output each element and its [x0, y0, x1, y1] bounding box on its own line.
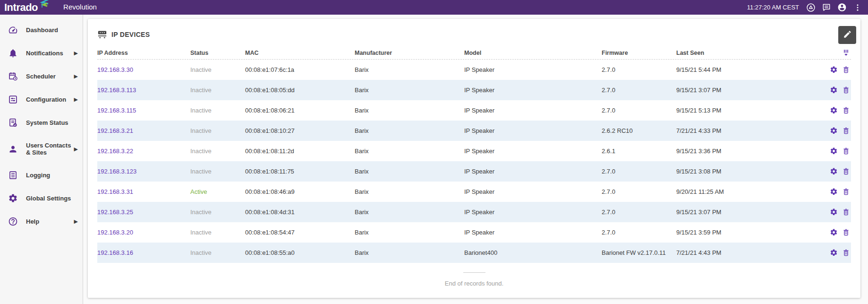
device-last-seen: 9/15/21 3:07 PM	[676, 208, 779, 216]
device-firmware: 2.7.0	[602, 229, 676, 236]
device-mac: 00:08:e1:08:4d:31	[245, 208, 355, 216]
chevron-right-icon: ▶	[74, 218, 78, 225]
sidebar-item-help[interactable]: Help ▶	[0, 210, 83, 233]
device-mac: 00:08:e1:08:05:dd	[245, 87, 355, 94]
device-delete-trash-icon[interactable]	[842, 249, 850, 257]
device-settings-gear-icon[interactable]	[830, 86, 838, 94]
chevron-right-icon: ▶	[74, 146, 78, 152]
pencil-icon	[843, 30, 852, 40]
device-delete-trash-icon[interactable]	[842, 188, 850, 196]
device-status: Inactive	[190, 249, 212, 256]
device-ip-link[interactable]: 192.168.3.22	[97, 148, 133, 155]
sidebar-item-dashboard[interactable]: Dashboard	[0, 18, 83, 42]
device-delete-trash-icon[interactable]	[842, 86, 850, 94]
sidebar-item-label: Scheduler	[26, 73, 74, 80]
device-last-seen: 9/15/21 3:08 PM	[676, 168, 779, 175]
overflow-menu-icon[interactable]	[853, 3, 862, 12]
device-status: Inactive	[190, 168, 212, 175]
device-last-seen: 9/15/21 3:36 PM	[676, 148, 779, 155]
device-settings-gear-icon[interactable]	[830, 249, 838, 257]
sidebar-item-label: Help	[26, 218, 74, 225]
sidebar-item-notifications[interactable]: Notifications ▶	[0, 42, 83, 65]
device-delete-trash-icon[interactable]	[842, 147, 850, 155]
sidebar-item-label: Dashboard	[26, 26, 74, 34]
alert-status-icon[interactable]	[806, 3, 816, 12]
sidebar-item-system-status[interactable]: System Status	[0, 111, 83, 134]
device-ip-link[interactable]: 192.168.3.115	[97, 107, 136, 114]
app-name: Revolution	[63, 3, 97, 11]
device-firmware: 2.6.1	[602, 148, 676, 155]
table-row: 192.168.3.16 Inactive 00:08:e1:08:55:a0 …	[97, 243, 851, 263]
device-manufacturer: Barix	[355, 188, 464, 195]
device-last-seen: 9/15/21 3:07 PM	[676, 87, 779, 94]
sidebar-item-configuration[interactable]: Configuration ▶	[0, 88, 83, 111]
device-model: IP Speaker	[464, 107, 602, 114]
device-ip-link[interactable]: 192.168.3.25	[97, 208, 133, 216]
filter-columns-icon[interactable]	[842, 49, 850, 57]
device-mac: 00:08:e1:08:11:2d	[245, 148, 355, 155]
device-mac: 00:08:e1:08:55:a0	[245, 249, 355, 256]
bell-icon	[8, 48, 18, 58]
chevron-right-icon: ▶	[74, 73, 78, 79]
device-settings-gear-icon[interactable]	[830, 167, 838, 175]
device-ip-link[interactable]: 192.168.3.113	[97, 87, 136, 94]
column-header-firmware: Firmware	[602, 50, 676, 56]
device-ip-link[interactable]: 192.168.3.31	[97, 188, 133, 195]
sidebar-item-logging[interactable]: Logging	[0, 164, 83, 187]
device-delete-trash-icon[interactable]	[842, 66, 850, 74]
sidebar-item-users-contacts-sites[interactable]: Users Contacts & Sites ▶	[0, 134, 83, 164]
table-row: 192.168.3.21 Inactive 00:08:e1:08:10:27 …	[97, 121, 851, 141]
sidebar-item-scheduler[interactable]: Scheduler ▶	[0, 65, 83, 88]
device-last-seen: 7/21/21 4:43 PM	[676, 249, 779, 256]
device-last-seen: 7/21/21 4:33 PM	[676, 127, 779, 134]
device-ip-link[interactable]: 192.168.3.21	[97, 127, 133, 134]
device-settings-gear-icon[interactable]	[830, 106, 838, 114]
device-settings-gear-icon[interactable]	[830, 188, 838, 196]
device-model: IP Speaker	[464, 229, 602, 236]
device-firmware: 2.6.2 RC10	[602, 127, 676, 134]
device-ip-link[interactable]: 192.168.3.16	[97, 249, 133, 256]
device-ip-link[interactable]: 192.168.3.123	[97, 168, 136, 175]
device-model: IP Speaker	[464, 208, 602, 216]
device-firmware: 2.7.0	[602, 107, 676, 114]
device-status: Inactive	[190, 208, 212, 216]
device-delete-trash-icon[interactable]	[842, 106, 850, 114]
table-row: 192.168.3.115 Inactive 00:08:e1:08:06:21…	[97, 100, 851, 121]
device-settings-gear-icon[interactable]	[830, 208, 838, 216]
column-header-status: Status	[190, 50, 245, 56]
device-status: Active	[190, 188, 207, 195]
table-row: 192.168.3.123 Inactive 00:08:e1:08:11:75…	[97, 161, 851, 182]
chevron-right-icon: ▶	[74, 50, 78, 56]
device-delete-trash-icon[interactable]	[842, 167, 850, 175]
device-delete-trash-icon[interactable]	[842, 127, 850, 135]
messages-icon[interactable]	[822, 3, 831, 12]
device-mac: 00:08:e1:08:54:47	[245, 229, 355, 236]
device-settings-gear-icon[interactable]	[830, 127, 838, 135]
gear-icon	[8, 193, 18, 203]
device-ip-link[interactable]: 192.168.3.20	[97, 229, 133, 236]
device-delete-trash-icon[interactable]	[842, 208, 850, 216]
ip-devices-icon	[97, 30, 107, 39]
device-settings-gear-icon[interactable]	[830, 228, 838, 236]
device-status: Inactive	[190, 66, 212, 73]
device-model: IP Speaker	[464, 188, 602, 195]
device-ip-link[interactable]: 192.168.3.30	[97, 66, 133, 73]
device-firmware: 2.7.0	[602, 188, 676, 195]
topbar: Intrado Revolution 11:27:20 AM CEST	[0, 0, 868, 15]
device-manufacturer: Barix	[355, 127, 464, 134]
calendar-clock-icon	[8, 71, 18, 81]
device-settings-gear-icon[interactable]	[830, 66, 838, 74]
device-settings-gear-icon[interactable]	[830, 147, 838, 155]
account-icon[interactable]	[837, 3, 847, 12]
dashboard-gauge-icon	[8, 25, 18, 35]
edit-button[interactable]	[838, 26, 856, 44]
device-delete-trash-icon[interactable]	[842, 228, 850, 236]
device-mac: 00:08:e1:08:46:a9	[245, 188, 355, 195]
device-mac: 00:08:e1:07:6c:1a	[245, 66, 355, 73]
device-manufacturer: Barix	[355, 168, 464, 175]
sidebar-item-global-settings[interactable]: Global Settings	[0, 187, 83, 210]
table-row: 192.168.3.113 Inactive 00:08:e1:08:05:dd…	[97, 80, 851, 100]
device-status: Inactive	[190, 107, 212, 114]
device-model: IP Speaker	[464, 148, 602, 155]
end-of-records-message: End of records found.	[97, 280, 851, 287]
